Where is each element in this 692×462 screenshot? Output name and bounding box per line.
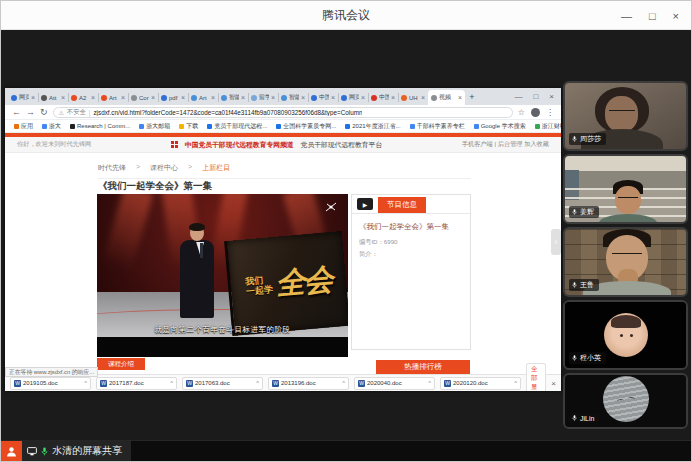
downloads-close-icon[interactable]: × <box>551 379 556 388</box>
bookmark-item[interactable]: 干部科学素养专栏 <box>410 122 465 131</box>
bookmark-label: 浙大邮箱 <box>146 122 170 131</box>
bookmark-item[interactable]: 浙江财经大学教务... <box>535 122 561 131</box>
download-item[interactable]: W2020120.doc^ <box>440 377 521 390</box>
participant-nametag: 程小英 <box>569 352 606 364</box>
tab-close-icon[interactable]: × <box>361 94 365 101</box>
url-omnibox[interactable]: ⚠ 不安全 | zjsdxf.cn/vid.html?folderCode=14… <box>53 107 513 118</box>
browser-tab[interactable]: 网页× <box>8 90 38 105</box>
participant-video[interactable]: 周莎莎 <box>563 81 688 151</box>
reload-icon[interactable]: ↻ <box>40 108 48 117</box>
browser-tab[interactable]: UH× <box>398 90 428 105</box>
bookmark-item[interactable]: 全国科学素质专网... <box>276 122 336 131</box>
browser-tab[interactable]: 中国× <box>308 90 338 105</box>
browser-tabstrip: 网页× Att× A2× Art× Cor× pdf× Art× 智能× 留学×… <box>5 88 561 105</box>
bookmark-item[interactable]: Google 学术搜索 <box>474 122 526 131</box>
bookmark-item[interactable]: 浙大邮箱 <box>139 122 170 131</box>
browser-tab[interactable]: Art× <box>98 90 128 105</box>
close-icon[interactable]: × <box>673 10 679 22</box>
tab-close-icon[interactable]: × <box>181 94 185 101</box>
download-item[interactable]: W2013196.doc^ <box>268 377 349 390</box>
browser-tab[interactable]: Art× <box>188 90 218 105</box>
tab-close-icon[interactable]: × <box>31 94 35 101</box>
browser-tab[interactable]: 智能× <box>278 90 308 105</box>
profile-avatar-icon[interactable] <box>531 108 540 117</box>
download-menu-icon[interactable]: ^ <box>256 380 259 386</box>
hot-ranking-button[interactable]: 热播排行榜 <box>376 360 470 374</box>
browser-minimize-icon[interactable]: — <box>514 92 522 101</box>
bookmark-icon <box>474 124 479 129</box>
browser-tab[interactable]: Att× <box>38 90 68 105</box>
tab-favicon <box>311 95 317 101</box>
download-menu-icon[interactable]: ^ <box>84 380 87 386</box>
browser-tab[interactable]: 智能× <box>218 90 248 105</box>
breadcrumb-item[interactable]: 课程中心 <box>150 163 178 173</box>
download-item[interactable]: W2017187.doc^ <box>96 377 177 390</box>
tab-close-icon[interactable]: × <box>271 94 275 101</box>
browser-tab[interactable]: 网页× <box>338 90 368 105</box>
tab-close-icon[interactable]: × <box>241 94 245 101</box>
tab-close-icon[interactable]: × <box>391 94 395 101</box>
browser-tab[interactable]: 中国× <box>368 90 398 105</box>
satellite-icon <box>324 201 338 213</box>
tab-close-icon[interactable]: × <box>421 94 425 101</box>
avatar-glasses <box>618 197 638 200</box>
browser-maximize-icon[interactable]: □ <box>533 92 538 101</box>
doc-file-icon: W <box>358 380 365 387</box>
carousel-next-button[interactable]: › <box>551 229 561 255</box>
play-icon[interactable]: ▶ <box>357 198 373 210</box>
browser-tab[interactable]: Cor× <box>128 90 158 105</box>
bookmark-icon <box>410 124 415 129</box>
webpage: 你好，欢迎来到时代先锋网 中国党员干部现代远程教育专网频道 党员干部现代远程教育… <box>5 133 561 391</box>
bookmark-star-icon[interactable]: ☆ <box>518 108 525 117</box>
participant-video[interactable]: 程小英 <box>563 300 688 370</box>
bookmark-item[interactable]: 应用 <box>14 122 33 131</box>
bookmark-icon <box>139 124 144 129</box>
browser-tab-active[interactable]: 视频× <box>428 90 465 105</box>
download-menu-icon[interactable]: ^ <box>170 380 173 386</box>
download-item[interactable]: W2017063.doc^ <box>182 377 263 390</box>
breadcrumb-item[interactable]: 时代先锋 <box>98 163 126 173</box>
bookmark-icon <box>14 124 19 129</box>
tab-close-icon[interactable]: × <box>61 94 65 101</box>
tab-close-icon[interactable]: × <box>211 94 215 101</box>
tab-close-icon[interactable]: × <box>121 94 125 101</box>
site-topbar-center: 中国党员干部现代远程教育专网频道 党员干部现代远程教育平台 <box>91 140 462 150</box>
tab-close-icon[interactable]: × <box>151 94 155 101</box>
video-player[interactable]: 我们 一起学 全会 就是向第二个百年奋斗目标进军的阶段 <box>97 194 348 357</box>
tab-close-icon[interactable]: × <box>301 94 305 101</box>
browser-tab[interactable]: A2× <box>68 90 98 105</box>
tab-course-intro[interactable]: 课程介绍 <box>97 358 145 370</box>
tab-close-icon[interactable]: × <box>458 94 462 101</box>
bookmark-item[interactable]: 党员干部现代远程... <box>207 122 267 131</box>
browser-tab[interactable]: pdf× <box>158 90 188 105</box>
show-all-downloads-button[interactable]: 全部显示 <box>526 363 546 391</box>
program-id: 编号ID：6990 <box>359 238 463 247</box>
browser-close-icon[interactable]: × <box>549 92 554 101</box>
grid-icon <box>171 141 178 148</box>
forward-icon[interactable]: → <box>26 108 35 117</box>
bookmark-icon <box>535 124 540 129</box>
participant-video[interactable]: 王鲁 <box>563 227 688 297</box>
browser-tab[interactable]: 留学× <box>248 90 278 105</box>
browser-menu-icon[interactable]: ⋮ <box>546 108 554 117</box>
download-menu-icon[interactable]: ^ <box>342 380 345 386</box>
download-item[interactable]: W2019105.doc^ <box>10 377 91 390</box>
tab-program-info[interactable]: 节目信息 <box>378 197 426 213</box>
tab-close-icon[interactable]: × <box>331 94 335 101</box>
download-item[interactable]: W2020040.doc^ <box>354 377 435 390</box>
bookmark-item[interactable]: 下载 <box>179 122 198 131</box>
bookmark-item[interactable]: 浙大 <box>42 122 61 131</box>
bookmark-label: 下载 <box>186 122 198 131</box>
participant-video[interactable]: JiLin <box>563 373 688 429</box>
maximize-icon[interactable]: □ <box>649 10 656 22</box>
bookmark-item[interactable]: Research | Comm... <box>70 123 130 129</box>
download-menu-icon[interactable]: ^ <box>428 380 431 386</box>
tab-close-icon[interactable]: × <box>91 94 95 101</box>
minimize-icon[interactable]: — <box>621 10 632 22</box>
site-topbar-links[interactable]: 手机客户端 | 后台管理 加入收藏 <box>462 140 549 149</box>
bookmark-item[interactable]: 2021年度浙江省... <box>345 122 400 131</box>
new-tab-button[interactable]: + <box>465 90 479 105</box>
download-menu-icon[interactable]: ^ <box>514 380 517 386</box>
back-icon[interactable]: ← <box>12 108 21 117</box>
participant-video[interactable]: 姜辉 <box>563 154 688 224</box>
